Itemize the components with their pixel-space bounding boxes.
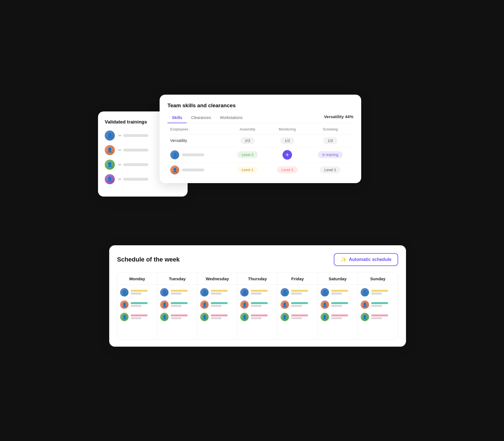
wrench-icon: ✂: [118, 162, 122, 167]
versatility-badge: Versatility 44%: [324, 114, 353, 122]
screwing-pill: In training: [318, 151, 343, 158]
schedule-employee-row: 👤: [200, 300, 234, 309]
schedule-employee-row: 👤: [321, 313, 355, 321]
schedule-bar: [251, 302, 268, 304]
bar-group: [291, 314, 308, 319]
schedule-bar: [211, 317, 221, 319]
add-skill-button[interactable]: +: [283, 150, 292, 160]
tab-skills[interactable]: Skills: [167, 113, 187, 123]
day-header-friday: Friday: [278, 272, 318, 285]
bar-group: [211, 314, 228, 319]
versatility-value: 44%: [345, 114, 353, 119]
day-header-sunday: Sunday: [358, 272, 398, 285]
schedule-employee-row: 👤: [160, 313, 194, 321]
schedule-employee-row: 👤: [281, 300, 315, 309]
bar-group: [131, 302, 148, 307]
schedule-bar: [251, 290, 268, 292]
schedule-bar: [291, 290, 308, 292]
screwing-pill: Level 1: [320, 166, 341, 173]
avatar: 👤: [321, 288, 329, 297]
bar-group: [211, 290, 228, 295]
day-col-wednesday: Wednesday 👤 👤: [197, 272, 237, 340]
schedule-card: Schedule of the week ✨ Automatic schedul…: [109, 245, 406, 347]
avatar: 👤: [160, 313, 169, 321]
bar-group: [131, 314, 148, 319]
employee-cell: 👤: [167, 162, 228, 177]
avatar: 👤: [240, 288, 249, 297]
col-screwing: Screwing: [307, 123, 353, 134]
emp-name-bar: [182, 153, 204, 156]
screwing-pill: 1/3: [323, 137, 337, 144]
day-body: 👤 👤 👤: [318, 285, 358, 325]
bar-group: [171, 302, 188, 307]
table-row: Versatility 2/3 1/3 1/3: [167, 134, 353, 147]
schedule-title: Schedule of the week: [117, 256, 180, 263]
schedule-employee-row: 👤: [120, 300, 154, 309]
col-employees: Employees: [167, 123, 228, 134]
avatar: 👤: [361, 288, 369, 297]
schedule-bar: [171, 314, 188, 316]
schedule-bar: [131, 302, 148, 304]
schedule-bar: [291, 302, 308, 304]
schedule-bar: [371, 293, 382, 295]
schedule-bar: [131, 314, 148, 316]
schedule-employee-row: 👤: [200, 288, 234, 297]
schedule-bar: [131, 305, 141, 307]
day-col-tuesday: Tuesday 👤 👤: [157, 272, 197, 340]
schedule-bar: [291, 305, 302, 307]
schedule-employee-row: 👤: [240, 313, 274, 321]
screwing-cell: 1/3: [307, 134, 353, 147]
day-col-sunday: Sunday 👤 👤: [358, 272, 398, 340]
bar-group: [331, 290, 348, 295]
avatar: 👤: [240, 300, 249, 309]
monitoring-cell: 1/3: [267, 134, 307, 147]
schedule-bar: [371, 305, 382, 307]
avatar: 👤: [120, 288, 129, 297]
monitoring-pill: 1/3: [280, 137, 294, 144]
table-row: 👤 Level 3 + In training: [167, 147, 353, 162]
bar-group: [131, 290, 148, 295]
avatar: 👤: [200, 313, 209, 321]
avatar: 👤: [200, 288, 209, 297]
schedule-bar: [251, 305, 262, 307]
emp-name-bar: [182, 169, 204, 171]
bar-group: [251, 302, 268, 307]
tab-workstations[interactable]: Workstations: [215, 113, 247, 123]
bar-group: [251, 290, 268, 295]
avatar: 👤: [240, 313, 249, 321]
assembly-cell: 2/3: [228, 134, 267, 147]
table-row: 👤 Level 1 Level 3 Level 1: [167, 162, 353, 177]
day-header-tuesday: Tuesday: [157, 272, 197, 285]
schedule-bar: [331, 317, 342, 319]
schedule-bar: [171, 317, 181, 319]
avatar: 👤: [281, 300, 289, 309]
schedule-bar: [331, 305, 342, 307]
day-col-thursday: Thursday 👤 👤: [237, 272, 277, 340]
training-label: ✂: [118, 162, 148, 167]
schedule-bar: [331, 293, 342, 295]
tab-clearances[interactable]: Clearances: [187, 113, 216, 123]
wrench-icon: ✂: [118, 177, 122, 181]
day-header-wednesday: Wednesday: [197, 272, 237, 285]
day-col-monday: Monday 👤 👤: [117, 272, 157, 340]
schedule-employee-row: 👤: [120, 313, 154, 321]
schedule-bar: [331, 314, 348, 316]
schedule-bar: [171, 302, 188, 304]
tabs-row: Skills Clearances Workstations Versatili…: [167, 113, 353, 123]
schedule-bar: [331, 302, 348, 304]
avatar: 👤: [105, 160, 115, 170]
label-bar: [123, 163, 148, 166]
bar-group: [291, 290, 308, 295]
avatar: 👤: [120, 313, 129, 321]
versatility-label: Versatility: [324, 114, 344, 119]
bar-group: [371, 302, 388, 307]
day-header-saturday: Saturday: [318, 272, 358, 285]
schedule-bar: [371, 290, 388, 292]
bar-group: [371, 314, 388, 319]
auto-schedule-label: Automatic schedule: [349, 257, 391, 262]
auto-schedule-button[interactable]: ✨ Automatic schedule: [334, 253, 398, 266]
schedule-bar: [211, 290, 228, 292]
day-body: 👤 👤 👤: [157, 285, 197, 325]
wrench-icon: ✂: [118, 148, 122, 152]
schedule-bar: [371, 302, 388, 304]
